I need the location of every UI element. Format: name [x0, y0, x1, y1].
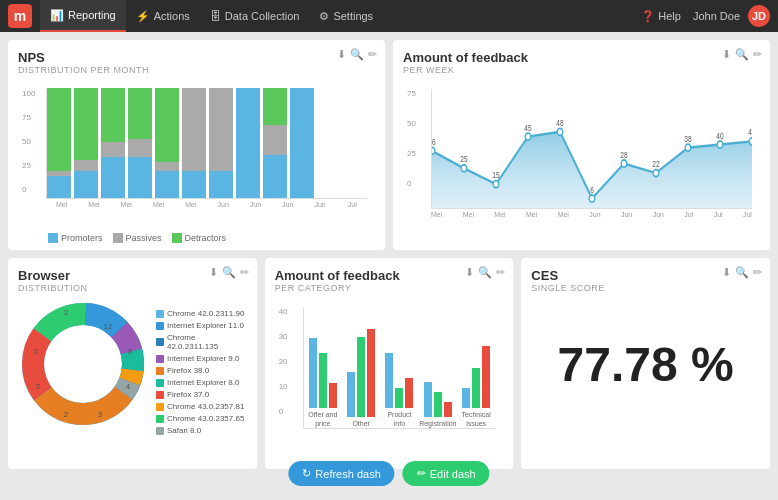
- browser-card: Browser DISTRIBUTION ⬇ 🔍 ✏: [8, 258, 257, 469]
- nps-download-icon[interactable]: ⬇: [337, 48, 346, 61]
- fw-y-0: 0: [407, 179, 411, 188]
- svg-text:12: 12: [104, 322, 113, 331]
- fw-y-75: 75: [407, 89, 416, 98]
- feedback-cat-subtitle: PER CATEGORY: [275, 283, 504, 293]
- feedback-week-download-icon[interactable]: ⬇: [722, 48, 731, 61]
- browser-actions: ⬇ 🔍 ✏: [209, 266, 249, 279]
- nps-title: NPS: [18, 50, 375, 65]
- nps-edit-icon[interactable]: ✏: [368, 48, 377, 61]
- fc-y-20: 20: [279, 357, 288, 366]
- fc-y-0: 0: [279, 407, 283, 416]
- feedback-week-card: Amount of feedback PER WEEK ⬇ 🔍 ✏ 75 50 …: [393, 40, 770, 250]
- svg-point-2: [461, 165, 467, 172]
- svg-text:2: 2: [36, 382, 41, 391]
- svg-text:2: 2: [64, 410, 69, 419]
- feedback-week-title: Amount of feedback: [403, 50, 760, 65]
- browser-zoom-icon[interactable]: 🔍: [222, 266, 236, 279]
- bottom-row: Browser DISTRIBUTION ⬇ 🔍 ✏: [8, 258, 770, 468]
- main-grid: NPS DISTRIBUTION PER MONTH ⬇ 🔍 ✏ 100 75 …: [0, 32, 778, 500]
- svg-point-8: [653, 170, 659, 177]
- browser-edit-icon[interactable]: ✏: [240, 266, 249, 279]
- svg-text:36: 36: [431, 137, 436, 147]
- y-label-75: 75: [22, 113, 31, 122]
- svg-point-9: [685, 144, 691, 151]
- browser-legend: Chrome 42.0.2311.90 Internet Explorer 11…: [156, 299, 247, 438]
- y-label-0: 0: [22, 185, 26, 194]
- action-buttons: ↻ Refresh dash ✏ Edit dash: [288, 461, 489, 486]
- svg-point-4: [525, 133, 531, 140]
- fc-y-10: 10: [279, 382, 288, 391]
- browser-subtitle: DISTRIBUTION: [18, 283, 247, 293]
- svg-text:6: 6: [590, 185, 594, 195]
- avatar[interactable]: JD: [748, 5, 770, 27]
- nps-zoom-icon[interactable]: 🔍: [350, 48, 364, 61]
- nps-actions: ⬇ 🔍 ✏: [337, 48, 377, 61]
- nav-settings[interactable]: ⚙ Settings: [309, 0, 383, 32]
- help-link[interactable]: ❓ Help: [641, 10, 681, 23]
- edit-icon: ✏: [417, 467, 426, 480]
- y-label-50: 50: [22, 137, 31, 146]
- feedback-cat-edit-icon[interactable]: ✏: [496, 266, 505, 279]
- svg-point-3: [493, 181, 499, 188]
- top-navigation: m 📊 Reporting ⚡ Actions 🗄 Data Collectio…: [0, 0, 778, 32]
- edit-dash-button[interactable]: ✏ Edit dash: [403, 461, 490, 486]
- svg-text:4: 4: [126, 382, 131, 391]
- detractors-legend-label: Detractors: [185, 233, 227, 243]
- y-label-100: 100: [22, 89, 35, 98]
- feedback-week-zoom-icon[interactable]: 🔍: [735, 48, 749, 61]
- promoters-legend-label: Promoters: [61, 233, 103, 243]
- svg-text:48: 48: [556, 118, 563, 128]
- feedback-cat-zoom-icon[interactable]: 🔍: [478, 266, 492, 279]
- ces-actions: ⬇ 🔍 ✏: [722, 266, 762, 279]
- fc-y-30: 30: [279, 332, 288, 341]
- svg-text:15: 15: [492, 170, 499, 180]
- fw-y-50: 50: [407, 119, 416, 128]
- promoters-legend-box: [48, 233, 58, 243]
- detractors-legend-box: [172, 233, 182, 243]
- svg-point-33: [57, 338, 109, 390]
- svg-point-6: [589, 195, 595, 202]
- ces-card: CES SINGLE SCORE ⬇ 🔍 ✏ 77.78 %: [521, 258, 770, 469]
- nav-data-collection[interactable]: 🗄 Data Collection: [200, 0, 310, 32]
- fc-y-40: 40: [279, 307, 288, 316]
- svg-text:45: 45: [524, 123, 531, 133]
- feedback-cat-card: Amount of feedback PER CATEGORY ⬇ 🔍 ✏ 40…: [265, 258, 514, 469]
- nps-subtitle: DISTRIBUTION PER MONTH: [18, 65, 375, 75]
- svg-text:22: 22: [652, 159, 659, 169]
- feedback-week-subtitle: PER WEEK: [403, 65, 760, 75]
- svg-point-5: [557, 128, 563, 135]
- ces-edit-icon[interactable]: ✏: [753, 266, 762, 279]
- app-logo: m: [8, 4, 32, 28]
- nav-actions[interactable]: ⚡ Actions: [126, 0, 200, 32]
- browser-download-icon[interactable]: ⬇: [209, 266, 218, 279]
- ces-zoom-icon[interactable]: 🔍: [735, 266, 749, 279]
- svg-text:42: 42: [748, 128, 752, 138]
- svg-point-7: [621, 160, 627, 167]
- svg-text:25: 25: [460, 155, 467, 165]
- svg-text:28: 28: [620, 150, 627, 160]
- svg-point-10: [717, 141, 723, 148]
- svg-text:3: 3: [98, 410, 103, 419]
- svg-text:38: 38: [684, 134, 691, 144]
- ces-score-value: 77.78 %: [531, 299, 760, 429]
- ces-download-icon[interactable]: ⬇: [722, 266, 731, 279]
- passives-legend-label: Passives: [126, 233, 162, 243]
- feedback-cat-download-icon[interactable]: ⬇: [465, 266, 474, 279]
- svg-point-1: [431, 147, 435, 154]
- nav-reporting[interactable]: 📊 Reporting: [40, 0, 126, 32]
- refresh-dash-button[interactable]: ↻ Refresh dash: [288, 461, 394, 486]
- svg-text:2: 2: [64, 308, 69, 317]
- svg-text:8: 8: [128, 347, 133, 356]
- user-menu[interactable]: John Doe: [693, 10, 740, 22]
- feedback-week-edit-icon[interactable]: ✏: [753, 48, 762, 61]
- nps-legend: Promoters Passives Detractors: [18, 231, 375, 245]
- feedback-week-actions: ⬇ 🔍 ✏: [722, 48, 762, 61]
- donut-chart: 12 8 4 3 2 2 2 2: [18, 299, 148, 429]
- svg-point-11: [749, 138, 752, 145]
- feedback-cat-actions: ⬇ 🔍 ✏: [465, 266, 505, 279]
- svg-text:40: 40: [716, 131, 723, 141]
- fw-y-25: 25: [407, 149, 416, 158]
- refresh-icon: ↻: [302, 467, 311, 480]
- svg-text:2: 2: [34, 347, 39, 356]
- ces-subtitle: SINGLE SCORE: [531, 283, 760, 293]
